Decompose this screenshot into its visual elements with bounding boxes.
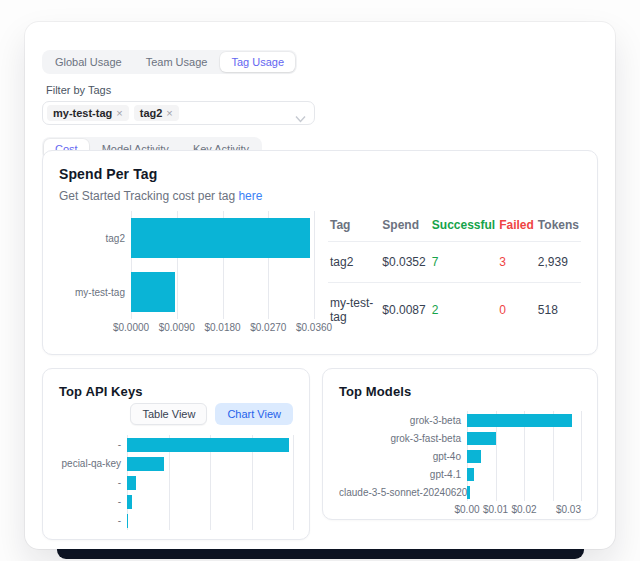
view-toggle-group: Table View Chart View: [59, 403, 293, 425]
x-tick-label: $0.0270: [250, 322, 286, 333]
bar-row: -: [59, 511, 293, 530]
top-api-keys-chart: -pecial-qa-key---: [59, 435, 293, 530]
bar-category-label: -: [59, 439, 127, 450]
bar-row: grok-3-beta: [339, 411, 581, 429]
x-axis: $0.00$0.01$0.02$0.03: [467, 501, 581, 515]
get-started-link[interactable]: here: [238, 189, 262, 203]
table-cell: 7: [430, 242, 497, 283]
x-tick-label: $0.0180: [204, 322, 240, 333]
tab-team-usage[interactable]: Team Usage: [135, 52, 219, 72]
table-cell: 0: [497, 283, 536, 338]
remove-tag-icon[interactable]: ×: [166, 108, 172, 119]
table-cell: $0.0352: [380, 242, 429, 283]
bar: [467, 468, 474, 481]
card-subtitle: Get Started Tracking cost per tag here: [59, 189, 581, 203]
tag-chip-label: tag2: [140, 107, 163, 119]
bar-track: [467, 432, 581, 445]
table-cell: 518: [536, 283, 581, 338]
screen: Global Usage Team Usage Tag Usage Filter…: [0, 0, 640, 561]
table-view-button[interactable]: Table View: [130, 403, 207, 425]
card-title: Spend Per Tag: [59, 166, 581, 182]
table-header-cell: Spend: [380, 213, 429, 242]
x-tick-label: $0.03: [556, 504, 581, 515]
bar-row: -: [59, 435, 293, 454]
bar-track: [467, 450, 581, 463]
bar-row: tag2: [59, 211, 314, 265]
tag-chip: tag2 ×: [134, 105, 179, 121]
bar-row: claude-3-5-sonnet-20240620: [339, 483, 581, 501]
top-models-chart: grok-3-betagrok-3-fast-betagpt-4ogpt-4.1…: [339, 411, 581, 515]
table-cell: my-test-tag: [328, 283, 380, 338]
table-cell: 2: [430, 283, 497, 338]
table-header-cell: Successful: [430, 213, 497, 242]
bar-track: [467, 486, 581, 499]
bar: [127, 495, 132, 509]
tag-filter-select[interactable]: my-test-tag × tag2 ×: [42, 101, 315, 125]
bar: [131, 272, 175, 312]
bar-category-label: -: [59, 477, 127, 488]
x-tick-label: $0.0090: [159, 322, 195, 333]
tab-tag-usage[interactable]: Tag Usage: [220, 52, 295, 72]
card-title: Top Models: [339, 384, 581, 399]
bar: [131, 218, 310, 258]
bar-category-label: gpt-4.1: [339, 469, 467, 480]
gridline: [293, 435, 294, 530]
chart-view-button[interactable]: Chart View: [215, 403, 293, 425]
remove-tag-icon[interactable]: ×: [116, 108, 122, 119]
spend-per-tag-card: Spend Per Tag Get Started Tracking cost …: [42, 150, 598, 355]
table-cell: tag2: [328, 242, 380, 283]
x-tick-label: $0.0000: [113, 322, 149, 333]
table-cell: $0.0087: [380, 283, 429, 338]
bar-track: [127, 514, 293, 528]
bar: [127, 457, 164, 471]
tag-chip: my-test-tag ×: [47, 105, 129, 121]
table-row: my-test-tag$0.008720518: [328, 283, 581, 338]
tab-global-usage[interactable]: Global Usage: [44, 52, 133, 72]
table-cell: 3: [497, 242, 536, 283]
spend-per-tag-chart: tag2my-test-tag$0.0000$0.0090$0.0180$0.0…: [59, 211, 314, 337]
bar-track: [131, 272, 314, 312]
bar-row: -: [59, 492, 293, 511]
bar-track: [127, 476, 293, 490]
bar-category-label: grok-3-fast-beta: [339, 433, 467, 444]
bar: [467, 450, 481, 463]
x-tick-label: $0.00: [454, 504, 479, 515]
bar-row: gpt-4o: [339, 447, 581, 465]
bar-category-label: -: [59, 496, 127, 507]
bar-row: my-test-tag: [59, 265, 314, 319]
bar-row: -: [59, 473, 293, 492]
usage-dashboard-window: Global Usage Team Usage Tag Usage Filter…: [25, 22, 615, 549]
gridline: [314, 211, 315, 319]
bar: [467, 486, 470, 499]
spend-table-body: tag2$0.0352732,939my-test-tag$0.00872051…: [328, 242, 581, 338]
bar: [127, 514, 128, 528]
table-row: tag2$0.0352732,939: [328, 242, 581, 283]
tag-chip-label: my-test-tag: [53, 107, 112, 119]
bar-row: gpt-4.1: [339, 465, 581, 483]
subtitle-text: Get Started Tracking cost per tag: [59, 189, 235, 203]
bar-track: [127, 457, 293, 471]
filter-by-tags-label: Filter by Tags: [46, 84, 598, 96]
x-tick-label: $0.0360: [296, 322, 332, 333]
bar: [467, 414, 572, 427]
bar-row: pecial-qa-key: [59, 454, 293, 473]
bar-track: [467, 414, 581, 427]
bar: [467, 432, 496, 445]
bar: [127, 476, 136, 490]
spend-table: TagSpendSuccessfulFailedTokens tag2$0.03…: [328, 213, 581, 337]
gridline: [581, 411, 582, 501]
chevron-down-icon[interactable]: [295, 109, 306, 127]
x-tick-label: $0.01: [483, 504, 508, 515]
bar-category-label: gpt-4o: [339, 451, 467, 462]
bar-category-label: pecial-qa-key: [59, 458, 127, 469]
table-cell: 2,939: [536, 242, 581, 283]
top-models-card: Top Models grok-3-betagrok-3-fast-betagp…: [322, 368, 598, 520]
bar: [127, 438, 289, 452]
bar-category-label: tag2: [59, 233, 131, 244]
bar-track: [131, 218, 314, 258]
table-header-cell: Tag: [328, 213, 380, 242]
bar-category-label: grok-3-beta: [339, 415, 467, 426]
usage-scope-tabs: Global Usage Team Usage Tag Usage: [42, 50, 297, 74]
table-header-cell: Tokens: [536, 213, 581, 242]
bar-row: grok-3-fast-beta: [339, 429, 581, 447]
